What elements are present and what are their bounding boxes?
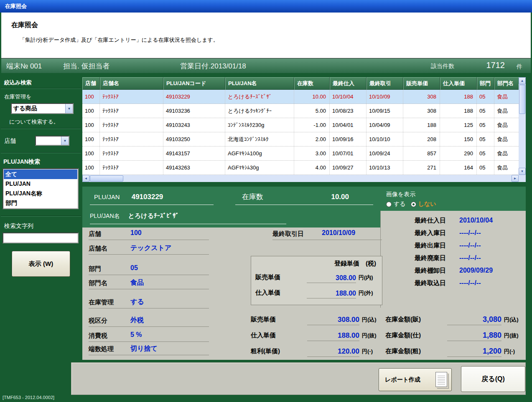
table-cell: 10/09/16 xyxy=(330,132,367,146)
last-trade-field: 最終取引日 2010/10/09 xyxy=(272,228,382,240)
table-cell: 125 xyxy=(440,118,477,132)
horizontal-scroll-thumb[interactable] xyxy=(90,175,123,182)
column-header[interactable]: 販売単価 xyxy=(403,77,440,90)
date-label: 最終仕入日 xyxy=(384,217,446,225)
search-sidebar: 絞込み検索 在庫管理を する商品 ▼ について検索する。 店舗 ▼ PLU/JA… xyxy=(0,73,82,402)
amount-rows: 在庫金額(販)3,080円(込)在庫金額(仕)1,880円(抜)在庫金額(粗)1… xyxy=(385,309,523,357)
image-display-radio[interactable]: する xyxy=(386,200,406,208)
table-cell: ﾃｯｸｽﾄｱ xyxy=(100,132,163,146)
date-row: 最終入庫日----/--/-- xyxy=(384,227,524,239)
table-cell: とろけるｸｯｷﾝｸﾞﾁｰ xyxy=(225,104,294,118)
table-row[interactable]: 100ﾃｯｸｽﾄｱ49143157AGFﾏｷｼﾑ100g3.0010/07/01… xyxy=(82,147,519,161)
table-cell: ﾃｯｸｽﾄｱ xyxy=(100,161,163,174)
dept-label: 部門 xyxy=(89,265,101,273)
chevron-down-icon[interactable]: ▼ xyxy=(61,137,69,145)
column-header[interactable]: 店舗名 xyxy=(100,77,163,90)
column-header[interactable]: 在庫数 xyxy=(294,77,330,90)
column-header[interactable]: PLU/JANコード xyxy=(163,77,225,90)
amount-value: 1,200 xyxy=(447,347,501,357)
stock-mgmt-field: 在庫管理 する xyxy=(89,297,209,308)
registered-price-box: 登録単価 (税) 販売単価308.00円(内)仕入単価188.00円(外) xyxy=(251,256,382,305)
table-cell: 10/09/15 xyxy=(367,104,403,118)
last-trade-label: 最終取引日 xyxy=(272,230,304,238)
column-header[interactable]: 店舗 xyxy=(82,77,100,90)
table-cell: 10/09/27 xyxy=(330,161,367,174)
chevron-down-icon[interactable]: ▼ xyxy=(65,104,73,113)
amount-unit: 円(抜) xyxy=(501,332,523,341)
table-cell: -1.00 xyxy=(294,118,330,132)
scroll-up-icon[interactable]: ▲ xyxy=(519,77,526,84)
amount-row: 在庫金額(販)3,080円(込) xyxy=(385,309,523,325)
table-cell: 10/10/10 xyxy=(367,132,403,146)
search-type-option[interactable]: 部門 xyxy=(4,198,77,208)
price-unit: 円(抜) xyxy=(359,332,382,341)
amount-label: 在庫金額(仕) xyxy=(385,331,421,341)
column-header[interactable]: 最終仕入 xyxy=(330,77,367,90)
price-label: 粗利(単価) xyxy=(251,347,280,357)
scroll-right-icon[interactable]: ► xyxy=(512,175,519,182)
scroll-left-icon[interactable]: ◄ xyxy=(82,175,89,182)
date-value: 2010/10/04 xyxy=(459,217,493,224)
table-cell: AGFﾏｷｼﾑ30g xyxy=(225,161,294,174)
table-row[interactable]: 100ﾃｯｸｽﾄｱ49143263AGFﾏｷｼﾑ30g4.0010/09/271… xyxy=(82,161,519,175)
table-cell: 10/09/24 xyxy=(367,147,403,160)
search-string-input[interactable] xyxy=(3,233,79,243)
price-row: 販売単価308.00円(込) xyxy=(251,309,382,325)
page-title: 在庫照会 xyxy=(11,21,38,30)
page-description: 「集計/分析データ作成」及び「在庫エントリー」による在庫状況を照会します。 xyxy=(20,36,219,44)
column-header[interactable]: 仕入単価 xyxy=(440,77,477,90)
table-cell: 5.00 xyxy=(294,104,330,118)
price-row: 仕入単価188.00円(抜) xyxy=(251,325,382,341)
registered-price-rows: 販売単価308.00円(内)仕入単価188.00円(外) xyxy=(251,268,382,298)
price-label: 仕入単価 xyxy=(251,331,276,341)
registered-price-row: 仕入単価188.00円(外) xyxy=(251,283,382,298)
search-type-option[interactable]: PLU/JAN名称 xyxy=(4,189,77,198)
store-combobox[interactable]: ▼ xyxy=(35,136,69,146)
amount-label: 在庫金額(粗) xyxy=(385,347,421,357)
table-cell: 2.00 xyxy=(294,132,330,146)
scroll-down-icon[interactable]: ▼ xyxy=(519,168,526,175)
search-type-option[interactable]: 全て xyxy=(4,169,77,179)
search-type-listbox[interactable]: 全てPLU/JANPLU/JAN名称部門 xyxy=(3,168,79,209)
hit-count-label: 該当件数 xyxy=(431,63,454,70)
search-type-option[interactable]: PLU/JAN xyxy=(4,179,77,189)
image-display-radio[interactable]: しない xyxy=(411,200,436,208)
table-cell: ﾃｯｸｽﾄｱ xyxy=(100,104,163,118)
date-value: ----/--/-- xyxy=(459,242,481,249)
vertical-scrollbar[interactable]: ▲ ▼ xyxy=(519,77,526,175)
dept-name-value: 食品 xyxy=(130,278,144,287)
image-display-options: するしない xyxy=(381,200,486,209)
column-header[interactable]: 部門名 xyxy=(494,77,519,90)
column-header[interactable]: 最終取引 xyxy=(367,77,403,90)
column-header[interactable]: 部門 xyxy=(477,77,494,90)
vertical-scroll-thumb[interactable] xyxy=(519,85,525,114)
table-row[interactable]: 100ﾃｯｸｽﾄｱ49103250北海道ｺﾝﾃﾞﾝｽﾐﾙｸ2.0010/09/1… xyxy=(82,132,519,147)
column-header[interactable]: PLU/JAN名 xyxy=(225,77,294,90)
table-row[interactable]: 100ﾃｯｸｽﾄｱ49103229とろけるﾁｰｽﾞﾋﾟｻﾞ10.0010/10/… xyxy=(82,90,519,104)
table-cell: 北海道ｺﾝﾃﾞﾝｽﾐﾙｸ xyxy=(225,132,294,146)
display-button-label: 表示 (W) xyxy=(29,260,53,268)
horizontal-scrollbar[interactable]: ◄ ► xyxy=(82,175,519,182)
price-value: 120.00 xyxy=(307,347,359,357)
table-cell: 49103236 xyxy=(163,104,225,118)
report-button-label: レポート作成 xyxy=(385,376,420,384)
tax-class-value: 外税 xyxy=(130,316,144,325)
dept-value: 05 xyxy=(130,264,138,272)
back-button[interactable]: 戻る(Q) xyxy=(461,366,525,392)
status-bar: 端末№ 001 担当. 仮担当者 営業日付.2013/01/18 該当件数 17… xyxy=(1,58,531,73)
display-button[interactable]: 表示 (W) xyxy=(12,251,70,277)
report-button[interactable]: レポート作成 xyxy=(379,368,452,391)
table-cell: 100 xyxy=(82,132,100,146)
date-label: 最終入庫日 xyxy=(384,229,446,237)
table-cell: 10/10/04 xyxy=(330,90,367,104)
table-cell: 308 xyxy=(403,104,440,118)
table-cell: 4.00 xyxy=(294,161,330,174)
search-string-label: 検索文字列 xyxy=(4,222,33,230)
table-row[interactable]: 100ﾃｯｸｽﾄｱ49103236とろけるｸｯｷﾝｸﾞﾁｰ5.0010/08/2… xyxy=(82,104,519,118)
back-button-label: 戻る(Q) xyxy=(481,375,504,384)
stock-mgmt-combobox[interactable]: する商品 ▼ xyxy=(11,103,74,114)
table-row[interactable]: 100ﾃｯｸｽﾄｱ49103243ｺﾝﾃﾞﾝｽﾐﾙｸ230g-1.0010/04… xyxy=(82,118,519,132)
radio-label: しない xyxy=(418,200,436,208)
price-unit: 円(内) xyxy=(356,274,378,283)
date-row: 最終棚卸日2009/09/29 xyxy=(384,264,524,277)
